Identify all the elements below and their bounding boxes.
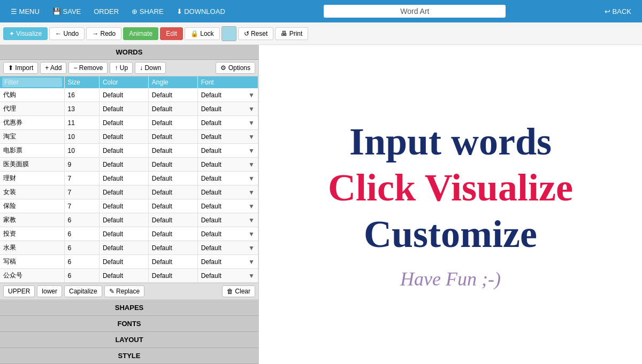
lower-button[interactable]: lower (37, 285, 62, 297)
table-row[interactable]: 写稿 6 Default Default Default ▼ (0, 255, 258, 269)
shapes-section[interactable]: SHAPES (0, 300, 258, 316)
word-cell: 淘宝 (0, 130, 64, 144)
save-button[interactable]: 💾 SAVE (47, 5, 86, 18)
left-panel: WORDS ⬆ Import + Add − Remove ↑ Up ↓ Dow… (0, 45, 259, 364)
redo-button[interactable]: → Redo (86, 27, 121, 40)
order-button[interactable]: ORDER (88, 5, 124, 18)
replace-button[interactable]: ✎ Replace (104, 285, 144, 297)
download-button[interactable]: ⬇ DOWNLOAD (171, 5, 231, 18)
color-cell: Default (99, 213, 148, 227)
word-cell: 水果 (0, 241, 64, 255)
row-dropdown[interactable]: ▼ (248, 216, 255, 224)
word-cell: 医美面膜 (0, 158, 64, 172)
share-button[interactable]: ⊕ SHARE (126, 5, 169, 18)
size-cell: 11 (64, 116, 99, 130)
options-button[interactable]: ⚙ Options (216, 62, 255, 74)
remove-button[interactable]: − Remove (68, 62, 108, 74)
font-cell: Default ▼ (197, 102, 258, 116)
row-dropdown[interactable]: ▼ (248, 161, 255, 168)
canvas-line-1: Input words (349, 119, 552, 165)
row-dropdown[interactable]: ▼ (248, 230, 255, 238)
word-cell: 写稿 (0, 255, 64, 269)
font-cell: Default ▼ (197, 213, 258, 227)
size-cell: 6 (64, 213, 99, 227)
layout-section[interactable]: LAYOUT (0, 332, 258, 348)
angle-cell: Default (148, 213, 197, 227)
row-dropdown[interactable]: ▼ (248, 258, 255, 266)
canvas-line-fun: Have Fun ;-) (400, 268, 501, 290)
color-cell: Default (99, 172, 148, 185)
reset-button[interactable]: ↺ Reset (238, 27, 274, 40)
table-row[interactable]: 理财 7 Default Default Default ▼ (0, 172, 258, 185)
row-dropdown[interactable]: ▼ (248, 244, 255, 252)
edit-button[interactable]: Edit (160, 27, 183, 40)
size-cell: 7 (64, 172, 99, 185)
table-row[interactable]: 公众号 6 Default Default Default ▼ (0, 269, 258, 283)
angle-cell: Default (148, 88, 197, 102)
table-row[interactable]: 水果 6 Default Default Default ▼ (0, 241, 258, 255)
row-dropdown[interactable]: ▼ (248, 203, 255, 210)
row-dropdown[interactable]: ▼ (248, 91, 255, 99)
print-button[interactable]: 🖶 Print (275, 27, 308, 40)
color-cell: Default (99, 144, 148, 158)
row-dropdown[interactable]: ▼ (248, 105, 255, 113)
row-dropdown[interactable]: ▼ (248, 272, 255, 280)
style-section[interactable]: STYLE (0, 348, 258, 364)
font-cell: Default ▼ (197, 116, 258, 130)
secondary-toolbar: ✦ Visualize ← Undo → Redo Animate Edit 🔒… (0, 22, 642, 45)
import-button[interactable]: ⬆ Import (3, 62, 38, 74)
table-row[interactable]: 保险 7 Default Default Default ▼ (0, 199, 258, 213)
upper-button[interactable]: UPPER (3, 285, 35, 297)
lock-button[interactable]: 🔒 Lock (185, 27, 220, 40)
color-cell: Default (99, 116, 148, 130)
table-row[interactable]: 优惠券 11 Default Default Default ▼ (0, 116, 258, 130)
size-cell: 6 (64, 269, 99, 283)
undo-button[interactable]: ← Undo (49, 27, 85, 40)
size-cell: 6 (64, 227, 99, 241)
color-cell: Default (99, 241, 148, 255)
word-cell: 代理 (0, 102, 64, 116)
row-dropdown[interactable]: ▼ (248, 133, 255, 141)
row-dropdown[interactable]: ▼ (248, 147, 255, 154)
fonts-section[interactable]: FONTS (0, 316, 258, 332)
table-row[interactable]: 代购 16 Default Default Default ▼ (0, 88, 258, 102)
table-row[interactable]: 家教 6 Default Default Default ▼ (0, 213, 258, 227)
down-button[interactable]: ↓ Down (135, 62, 166, 74)
words-actions: ⬆ Import + Add − Remove ↑ Up ↓ Down ⚙ Op… (0, 60, 258, 76)
table-row[interactable]: 投资 6 Default Default Default ▼ (0, 227, 258, 241)
angle-cell: Default (148, 199, 197, 213)
color-cell: Default (99, 88, 148, 102)
clear-button[interactable]: 🗑 Clear (222, 285, 255, 297)
table-row[interactable]: 女装 7 Default Default Default ▼ (0, 185, 258, 199)
font-cell: Default ▼ (197, 88, 258, 102)
size-cell: 7 (64, 199, 99, 213)
words-table-wrap[interactable]: Size Color Angle Font 代购 16 Default Defa… (0, 76, 258, 283)
top-navbar: ☰ MENU 💾 SAVE ORDER ⊕ SHARE ⬇ DOWNLOAD ↩… (0, 0, 642, 22)
size-cell: 13 (64, 102, 99, 116)
angle-cell: Default (148, 269, 197, 283)
table-row[interactable]: 代理 13 Default Default Default ▼ (0, 102, 258, 116)
angle-cell: Default (148, 241, 197, 255)
menu-button[interactable]: ☰ MENU (5, 5, 45, 18)
color-column-header: Color (99, 76, 148, 88)
row-dropdown[interactable]: ▼ (248, 189, 255, 196)
capitalize-button[interactable]: Capitalize (64, 285, 102, 297)
up-button[interactable]: ↑ Up (110, 62, 133, 74)
table-row[interactable]: 医美面膜 9 Default Default Default ▼ (0, 158, 258, 172)
row-dropdown[interactable]: ▼ (248, 175, 255, 182)
word-cell: 公众号 (0, 269, 64, 283)
add-button[interactable]: + Add (40, 62, 66, 74)
filter-column[interactable] (0, 76, 64, 88)
color-swatch[interactable] (221, 26, 236, 41)
row-dropdown[interactable]: ▼ (248, 119, 255, 127)
visualize-button[interactable]: ✦ Visualize (3, 27, 48, 40)
title-input[interactable] (324, 5, 506, 18)
table-row[interactable]: 淘宝 10 Default Default Default ▼ (0, 130, 258, 144)
font-cell: Default ▼ (197, 144, 258, 158)
title-bar (233, 5, 597, 18)
back-button[interactable]: ↩ BACK (599, 5, 637, 18)
table-row[interactable]: 电影票 10 Default Default Default ▼ (0, 144, 258, 158)
angle-column-header: Angle (148, 76, 197, 88)
filter-input[interactable] (2, 78, 62, 87)
animate-button[interactable]: Animate (123, 27, 158, 40)
